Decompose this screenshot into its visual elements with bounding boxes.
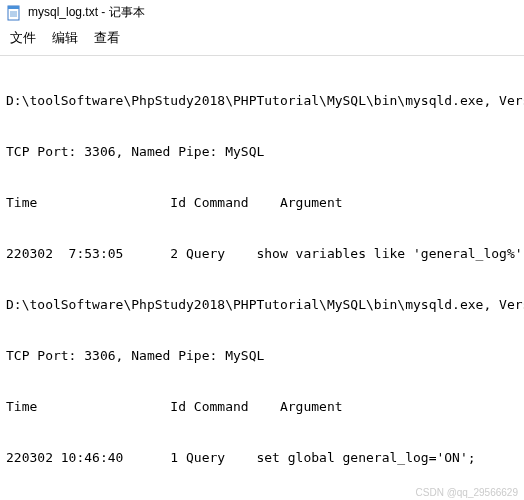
- log-line: TCP Port: 3306, Named Pipe: MySQL: [6, 143, 518, 160]
- log-line: D:\toolSoftware\PhpStudy2018\PHPTutorial…: [6, 92, 518, 109]
- titlebar: mysql_log.txt - 记事本: [0, 0, 524, 23]
- window-title: mysql_log.txt - 记事本: [28, 4, 145, 21]
- log-line: TCP Port: 3306, Named Pipe: MySQL: [6, 347, 518, 364]
- menu-file[interactable]: 文件: [10, 29, 36, 47]
- menubar: 文件 编辑 查看: [0, 23, 524, 56]
- watermark: CSDN @qq_29566629: [416, 487, 518, 498]
- log-line: Time Id Command Argument: [6, 194, 518, 211]
- log-line: D:\toolSoftware\PhpStudy2018\PHPTutorial…: [6, 296, 518, 313]
- text-content[interactable]: D:\toolSoftware\PhpStudy2018\PHPTutorial…: [0, 56, 524, 500]
- log-line: 220302 10:46:40 1 Query set global gener…: [6, 449, 518, 466]
- notepad-icon: [6, 5, 22, 21]
- menu-view[interactable]: 查看: [94, 29, 120, 47]
- log-line: 220302 7:53:05 2 Query show variables li…: [6, 245, 518, 262]
- svg-rect-1: [8, 6, 19, 9]
- log-line: Time Id Command Argument: [6, 398, 518, 415]
- menu-edit[interactable]: 编辑: [52, 29, 78, 47]
